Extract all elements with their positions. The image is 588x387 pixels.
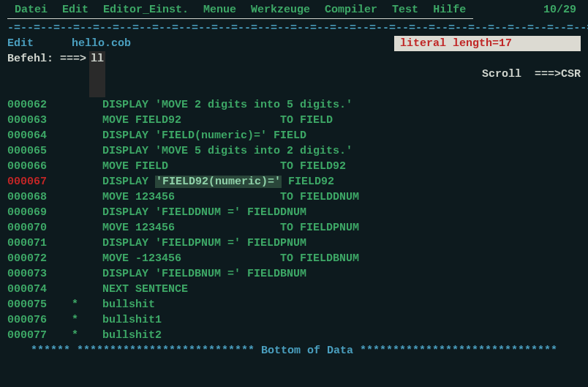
line-number: 000063	[7, 113, 59, 128]
scroll-label-text: Scroll ===>	[482, 68, 561, 80]
indent	[59, 174, 102, 189]
menu-bar: Datei Edit Editor_Einst. Menue Werkzeuge…	[0, 0, 588, 20]
code-text[interactable]: DISPLAY 'FIELDDNUM =' FIELDDNUM	[102, 205, 306, 220]
code-line[interactable]: 000062DISPLAY 'MOVE 2 digits into 5 digi…	[7, 97, 581, 113]
line-number: 000075	[7, 297, 59, 312]
code-line[interactable]: 000073DISPLAY 'FIELDBNUM =' FIELDBNUM	[7, 266, 581, 282]
indent	[59, 236, 102, 251]
code-line[interactable]: 000070MOVE 123456 TO FIELDPNUM	[7, 220, 581, 236]
code-line[interactable]: 000075 *bullshit	[7, 297, 581, 312]
indent	[59, 251, 102, 266]
code-text[interactable]: MOVE FIELD92 TO FIELD	[102, 113, 333, 128]
line-number: 000071	[7, 236, 59, 251]
code-text[interactable]: NEXT SENTENCE	[102, 282, 188, 297]
command-input[interactable]: ll	[89, 51, 105, 97]
indent	[59, 189, 102, 205]
code-line[interactable]: 000067DISPLAY 'FIELD92(numeric)=' FIELD9…	[7, 174, 581, 189]
line-number: 000066	[7, 159, 59, 174]
code-line[interactable]: 000072MOVE -123456 TO FIELDBNUM	[7, 251, 581, 266]
file-name: hello.cob	[72, 36, 131, 51]
code-text[interactable]: MOVE -123456 TO FIELDBNUM	[102, 251, 359, 266]
line-number: 000065	[7, 143, 59, 159]
line-number: 000067	[7, 174, 59, 189]
code-text[interactable]: DISPLAY 'FIELD(numeric)=' FIELD	[102, 128, 306, 143]
line-number: 000069	[7, 205, 59, 220]
menu-hilfe[interactable]: Hilfe	[426, 1, 473, 19]
code-text[interactable]: bullshit2	[102, 328, 162, 343]
code-line[interactable]: 000066MOVE FIELD TO FIELD92	[7, 159, 581, 174]
indent	[59, 128, 102, 143]
line-number: 000072	[7, 251, 59, 266]
code-text[interactable]: DISPLAY 'FIELDBNUM =' FIELDBNUM	[102, 266, 306, 282]
code-line[interactable]: 000077 *bullshit2	[7, 328, 581, 343]
code-line[interactable]: 000068MOVE 123456 TO FIELDDNUM	[7, 189, 581, 205]
menu-werkzeuge[interactable]: Werkzeuge	[244, 1, 317, 19]
code-text[interactable]: DISPLAY 'MOVE 5 digits into 2 digits.'	[102, 143, 353, 159]
code-line[interactable]: 000069DISPLAY 'FIELDDNUM =' FIELDDNUM	[7, 205, 581, 220]
menu-datei[interactable]: Datei	[7, 1, 55, 19]
title-row: Edit hello.cob literal length=17	[0, 36, 588, 51]
code-text[interactable]: DISPLAY 'FIELDPNUM =' FIELDPNUM	[102, 236, 306, 251]
code-line[interactable]: 000065DISPLAY 'MOVE 5 digits into 2 digi…	[7, 143, 581, 159]
indent: *	[59, 312, 102, 328]
menu-test[interactable]: Test	[385, 1, 426, 19]
line-number: 000074	[7, 282, 59, 297]
command-row: Befehl: ===> ll Scroll ===>CSR	[0, 51, 588, 97]
line-number: 000070	[7, 220, 59, 236]
code-line[interactable]: 000076 *bullshit1	[7, 312, 581, 328]
bottom-of-data: ****** *************************** Botto…	[0, 343, 588, 358]
code-text[interactable]: bullshit	[102, 297, 155, 312]
line-number: 000073	[7, 266, 59, 282]
line-number: 000076	[7, 312, 59, 328]
code-line[interactable]: 000071DISPLAY 'FIELDPNUM =' FIELDPNUM	[7, 236, 581, 251]
line-counter: 10/29	[539, 1, 581, 19]
indent: *	[59, 297, 102, 312]
indent	[59, 220, 102, 236]
separator-row: -=--=--=--=--=--=--=--=--=--=--=--=--=--…	[0, 20, 588, 36]
scroll-value[interactable]: CSR	[561, 68, 581, 80]
literal-highlight: 'FIELD92(numeric)='	[155, 176, 282, 188]
code-text[interactable]: bullshit1	[102, 312, 162, 328]
code-text[interactable]: DISPLAY 'MOVE 2 digits into 5 digits.'	[102, 97, 353, 113]
code-area[interactable]: 000062DISPLAY 'MOVE 2 digits into 5 digi…	[0, 97, 588, 343]
line-number: 000064	[7, 128, 59, 143]
code-text[interactable]: MOVE 123456 TO FIELDPNUM	[102, 220, 359, 236]
code-text[interactable]: MOVE FIELD TO FIELD92	[102, 159, 346, 174]
line-number: 000077	[7, 328, 59, 343]
indent	[59, 205, 102, 220]
line-number: 000062	[7, 97, 59, 113]
menu-editor-einst[interactable]: Editor_Einst.	[96, 1, 196, 19]
menu-edit[interactable]: Edit	[55, 1, 96, 19]
code-line[interactable]: 000074NEXT SENTENCE	[7, 282, 581, 297]
menu-compiler[interactable]: Compiler	[317, 1, 385, 19]
code-text[interactable]: MOVE 123456 TO FIELDDNUM	[102, 189, 359, 205]
code-line[interactable]: 000063MOVE FIELD92 TO FIELD	[7, 113, 581, 128]
code-text[interactable]: DISPLAY 'FIELD92(numeric)=' FIELD92	[102, 174, 334, 189]
indent	[59, 113, 102, 128]
indent	[59, 97, 102, 113]
status-message: literal length=17	[394, 36, 581, 51]
command-label: Befehl: ===>	[7, 51, 86, 97]
indent	[59, 282, 102, 297]
indent	[59, 159, 102, 174]
menu-menue[interactable]: Menue	[196, 1, 244, 19]
scroll-label: Scroll ===>CSR	[456, 51, 581, 97]
indent	[59, 143, 102, 159]
indent: *	[59, 328, 102, 343]
indent	[59, 266, 102, 282]
editor-mode: Edit	[7, 36, 34, 51]
line-number: 000068	[7, 189, 59, 205]
code-line[interactable]: 000064DISPLAY 'FIELD(numeric)=' FIELD	[7, 128, 581, 143]
